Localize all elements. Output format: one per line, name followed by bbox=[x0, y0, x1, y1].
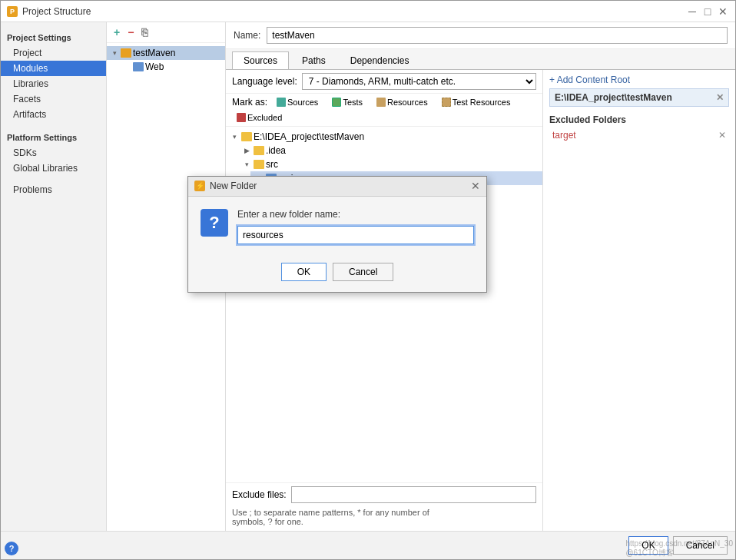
content-root-path-text: E:\IDEA_project\testMaven bbox=[555, 92, 672, 103]
language-level-label: Language level: bbox=[232, 76, 297, 87]
ftree-arrow-src[interactable]: ▾ bbox=[241, 161, 252, 168]
add-content-root-button[interactable]: + Add Content Root bbox=[549, 75, 729, 85]
tree-label-testMaven: testMaven bbox=[133, 48, 175, 58]
ftree-root[interactable]: ▾ E:\IDEA_project\testMaven bbox=[226, 130, 542, 144]
dialog-title-icon: ⚡ bbox=[194, 181, 205, 191]
remove-excluded-button[interactable]: ✕ bbox=[718, 130, 726, 141]
mark-test-resources-button[interactable]: Test Resources bbox=[437, 97, 516, 108]
name-input[interactable] bbox=[267, 27, 728, 44]
sources-content: Language level: 7 - Diamonds, ARM, multi… bbox=[226, 70, 735, 531]
ok-button[interactable]: OK bbox=[628, 536, 668, 555]
ftree-arrow-root[interactable]: ▾ bbox=[229, 133, 240, 141]
ftree-folder-src bbox=[254, 160, 264, 169]
dialog-right: Enter a new folder name: bbox=[237, 209, 474, 244]
language-level-row: Language level: 7 - Diamonds, ARM, multi… bbox=[226, 70, 542, 94]
web-icon bbox=[133, 62, 144, 71]
ftree-idea[interactable]: ▶ .idea bbox=[238, 144, 542, 157]
window-icon: P bbox=[7, 6, 18, 17]
testMaven-icon bbox=[121, 48, 131, 58]
project-settings-label: Project Settings bbox=[1, 28, 106, 45]
content-root-path: E:\IDEA_project\testMaven ✕ bbox=[549, 88, 729, 107]
sidebar-item-artifacts[interactable]: Artifacts bbox=[1, 107, 106, 122]
tree-item-web[interactable]: Web bbox=[107, 60, 225, 74]
mark-excluded-button[interactable]: Excluded bbox=[232, 112, 287, 123]
tree-toolbar: + − ⎘ bbox=[107, 22, 225, 43]
add-module-button[interactable]: + bbox=[111, 25, 122, 39]
dialog-body: ? Enter a new folder name: bbox=[188, 197, 486, 257]
sidebar-item-sdks[interactable]: SDKs bbox=[1, 145, 106, 161]
sources-mark-icon bbox=[277, 98, 286, 107]
tab-dependencies[interactable]: Dependencies bbox=[339, 51, 421, 69]
exclude-hint: Use ; to separate name patterns, * for a… bbox=[226, 506, 542, 531]
dialog-cancel-button[interactable]: Cancel bbox=[333, 263, 393, 281]
dialog-folder-name-input[interactable] bbox=[237, 226, 474, 244]
ftree-folder-idea bbox=[254, 146, 264, 155]
exclude-input[interactable] bbox=[291, 486, 536, 503]
new-folder-dialog: ⚡ New Folder ✕ ? Enter a new folder name… bbox=[187, 176, 487, 293]
sidebar-item-libraries[interactable]: Libraries bbox=[1, 76, 106, 91]
name-label: Name: bbox=[234, 30, 260, 41]
excluded-mark-icon bbox=[237, 113, 246, 122]
tab-bar: Sources Paths Dependencies bbox=[226, 49, 735, 70]
language-level-select[interactable]: 7 - Diamonds, ARM, multi-catch etc. bbox=[302, 73, 536, 90]
sources-left: Language level: 7 - Diamonds, ARM, multi… bbox=[226, 70, 543, 531]
ftree-arrow-idea[interactable]: ▶ bbox=[241, 147, 252, 154]
mark-resources-button[interactable]: Resources bbox=[372, 97, 433, 108]
test-resources-mark-icon bbox=[442, 98, 451, 107]
dialog-title-bar: ⚡ New Folder ✕ bbox=[188, 177, 486, 197]
mark-tests-button[interactable]: Tests bbox=[327, 97, 367, 108]
sidebar: Project Settings Project Modules Librari… bbox=[1, 22, 107, 531]
dialog-close-button[interactable]: ✕ bbox=[471, 180, 480, 192]
tree-item-testMaven[interactable]: ▾ testMaven bbox=[107, 46, 225, 60]
sidebar-item-facets[interactable]: Facets bbox=[1, 91, 106, 107]
copy-module-button[interactable]: ⎘ bbox=[139, 25, 150, 39]
sidebar-item-global-libraries[interactable]: Global Libraries bbox=[1, 161, 106, 176]
help-icon[interactable]: ? bbox=[5, 542, 18, 555]
ftree-label-idea: .idea bbox=[266, 145, 286, 156]
ftree-src[interactable]: ▾ src bbox=[238, 157, 542, 171]
dialog-title-text: New Folder bbox=[210, 181, 257, 191]
tree-arrow-testMaven[interactable]: ▾ bbox=[110, 48, 119, 58]
mark-sources-button[interactable]: Sources bbox=[272, 97, 323, 108]
maximize-button[interactable]: □ bbox=[701, 5, 714, 18]
dialog-title-left: ⚡ New Folder bbox=[194, 181, 257, 191]
name-row: Name: bbox=[226, 22, 735, 49]
tests-mark-icon bbox=[332, 98, 341, 107]
title-bar-controls: ─ □ ✕ bbox=[686, 5, 729, 18]
sidebar-item-project[interactable]: Project bbox=[1, 45, 106, 61]
exclude-row: Exclude files: bbox=[226, 482, 542, 506]
remove-content-root-button[interactable]: ✕ bbox=[716, 92, 724, 103]
ftree-label-root: E:\IDEA_project\testMaven bbox=[254, 131, 364, 142]
title-bar: P Project Structure ─ □ ✕ bbox=[1, 1, 735, 22]
sidebar-item-modules[interactable]: Modules bbox=[1, 61, 106, 76]
tab-paths[interactable]: Paths bbox=[290, 51, 337, 69]
excluded-item-target: target ✕ bbox=[549, 128, 729, 142]
dialog-question-icon: ? bbox=[201, 209, 228, 237]
minimize-button[interactable]: ─ bbox=[686, 5, 698, 18]
window-title: Project Structure bbox=[22, 6, 91, 17]
ftree-folder-root bbox=[241, 132, 252, 141]
dialog-prompt: Enter a new folder name: bbox=[237, 209, 474, 220]
remove-module-button[interactable]: − bbox=[125, 25, 136, 39]
dialog-buttons: OK Cancel bbox=[188, 257, 486, 292]
sources-right: + Add Content Root E:\IDEA_project\testM… bbox=[543, 70, 735, 531]
mark-as-row: Mark as: Sources Tests Resources bbox=[226, 94, 542, 127]
excluded-item-target-label: target bbox=[552, 130, 576, 141]
close-button[interactable]: ✕ bbox=[717, 5, 729, 18]
mark-as-label: Mark as: bbox=[232, 97, 267, 108]
dialog-ok-button[interactable]: OK bbox=[281, 263, 327, 281]
cancel-button[interactable]: Cancel bbox=[673, 536, 728, 555]
tree-label-web: Web bbox=[145, 61, 164, 72]
tab-sources[interactable]: Sources bbox=[232, 51, 289, 69]
exclude-section: Exclude files: Use ; to separate name pa… bbox=[226, 482, 542, 531]
excluded-folders-label: Excluded Folders bbox=[549, 114, 729, 125]
ftree-label-src: src bbox=[266, 159, 278, 170]
bottom-bar: OK Cancel bbox=[1, 531, 735, 559]
title-bar-left: P Project Structure bbox=[7, 6, 91, 17]
exclude-label: Exclude files: bbox=[232, 489, 287, 500]
resources-mark-icon bbox=[376, 98, 386, 107]
platform-settings-label: Platform Settings bbox=[1, 128, 106, 145]
sidebar-item-problems[interactable]: Problems bbox=[1, 182, 106, 197]
